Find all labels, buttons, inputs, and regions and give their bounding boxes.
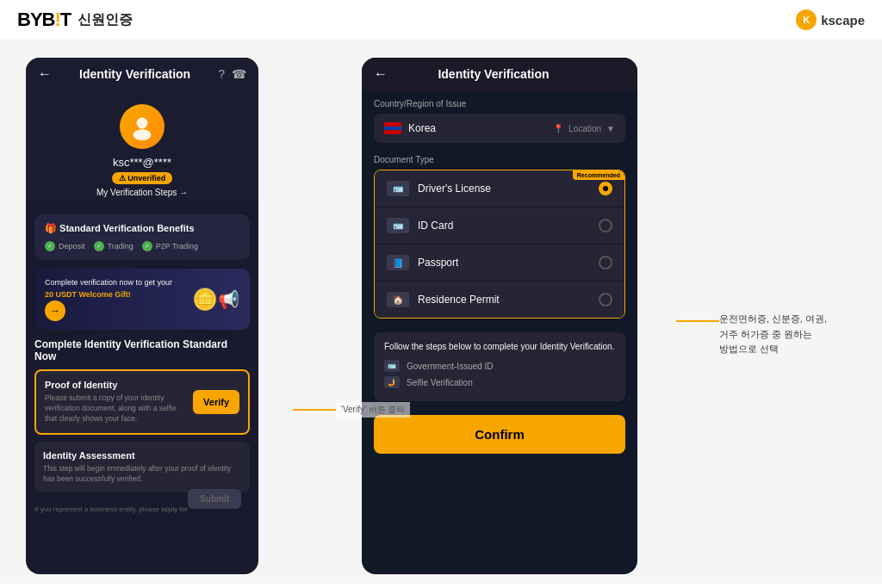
arrow-line	[293, 409, 336, 411]
country-selector[interactable]: Korea 📍 Location ▼	[374, 114, 625, 143]
document-type-section: Document Type Recommended 🪪 Driver's Lic…	[362, 148, 637, 325]
doc-name: Driver's License	[418, 183, 491, 195]
check-icon: ✓	[94, 241, 104, 251]
doc-item-id-card[interactable]: 🪪 ID Card	[375, 207, 624, 244]
step-selfie-label: Selfie Verification	[407, 378, 473, 387]
promo-coins: 🪙 📢	[192, 288, 239, 312]
country-right: 📍 Location ▼	[553, 124, 615, 133]
benefit-label: Trading	[108, 242, 134, 251]
promo-text-line1: Complete verification now to get your	[45, 277, 172, 289]
back-button-right[interactable]: ←	[374, 66, 388, 82]
step-selfie: 🤳 Selfie Verification	[384, 376, 615, 388]
doc-left: 🪪 ID Card	[387, 218, 453, 233]
check-icon: ✓	[45, 241, 55, 251]
right-annotation: 운전면허증, 신분증, 여권, 거주 허가증 중 원하는 방법으로 선택	[676, 312, 827, 357]
country-label: Country/Region of Issue	[374, 99, 625, 108]
left-phone-title: Identity Verification	[79, 67, 190, 81]
gov-id-icon: 🪪	[384, 360, 400, 372]
right-annotation-text: 운전면허증, 신분증, 여권, 거주 허가증 중 원하는 방법으로 선택	[719, 312, 827, 357]
check-icon: ✓	[142, 241, 152, 251]
phones-container: ← Identity Verification ? ☎ ksc***@**** …	[26, 58, 637, 566]
location-label: Location	[568, 124, 601, 133]
residence-permit-icon: 🏠	[387, 292, 409, 307]
left-phone-topbar: ← Identity Verification ? ☎	[26, 58, 258, 90]
drivers-license-icon: 🪪	[387, 181, 409, 196]
unverified-badge: ⚠ Unverified	[112, 172, 173, 184]
recommended-badge: Recommended	[573, 170, 624, 180]
radio-inner	[603, 186, 608, 191]
benefit-label: P2P Trading	[156, 242, 198, 251]
header-left: BYB!T 신원인증	[17, 9, 133, 31]
benefit-p2p: ✓ P2P Trading	[142, 241, 198, 251]
assessment-title: Identity Assessment	[43, 450, 241, 461]
step-gov-label: Government-Issued ID	[407, 362, 494, 371]
bybit-logo: BYB!T	[17, 9, 71, 31]
doc-type-label: Document Type	[374, 155, 625, 164]
promo-banner: Complete verification now to get your 20…	[34, 269, 250, 330]
doc-item-residence-permit[interactable]: 🏠 Residence Permit	[375, 282, 624, 318]
doc-item-drivers-license[interactable]: Recommended 🪪 Driver's License	[375, 170, 624, 207]
svg-point-0	[137, 118, 148, 129]
top-icons: ? ☎	[218, 67, 246, 81]
right-phone: ← Identity Verification Country/Region o…	[362, 58, 637, 574]
right-arrow-line	[676, 320, 719, 322]
header-subtitle: 신원인증	[78, 11, 133, 29]
radio-unselected[interactable]	[599, 256, 612, 269]
doc-name: Passport	[418, 257, 458, 269]
dropdown-icon: ▼	[606, 124, 615, 133]
promo-arrow[interactable]: →	[45, 300, 65, 321]
profile-section: ksc***@**** ⚠ Unverified My Verification…	[26, 90, 258, 206]
country-name: Korea	[408, 122, 436, 134]
benefits-section: 🎁 Standard Verification Benefits ✓ Depos…	[34, 214, 250, 260]
location-icon: 📍	[553, 124, 563, 133]
doc-left: 🪪 Driver's License	[387, 181, 491, 196]
header: BYB!T 신원인증 K kscape	[0, 0, 882, 40]
main-content: ← Identity Verification ? ☎ ksc***@**** …	[0, 40, 882, 584]
username: ksc***@****	[113, 156, 171, 169]
right-phone-topbar: ← Identity Verification	[362, 58, 637, 90]
step-gov-id: 🪪 Government-Issued ID	[384, 360, 615, 372]
verification-steps[interactable]: My Verification Steps →	[96, 188, 188, 197]
kscape-label: kscape	[821, 13, 865, 28]
complete-section-title: Complete Identity Verification Standard …	[26, 338, 258, 369]
doc-name: Residence Permit	[418, 294, 500, 306]
identity-card-title: Proof of Identity	[45, 380, 184, 390]
identity-card-desc: Please submit a copy of your identity ve…	[45, 393, 184, 424]
submit-button[interactable]: Submit	[188, 489, 241, 509]
avatar	[120, 104, 165, 149]
radio-selected[interactable]	[599, 182, 612, 195]
help-icon[interactable]: ?	[218, 67, 225, 81]
benefit-trading: ✓ Trading	[94, 241, 134, 251]
radio-unselected[interactable]	[599, 293, 612, 306]
korea-flag	[384, 122, 401, 134]
headset-icon[interactable]: ☎	[232, 67, 246, 81]
kscape-logo: K kscape	[796, 9, 865, 30]
doc-left: 🏠 Residence Permit	[387, 292, 500, 307]
doc-name: ID Card	[418, 220, 453, 232]
benefits-list: ✓ Deposit ✓ Trading ✓ P2P Trading	[45, 241, 239, 251]
left-phone: ← Identity Verification ? ☎ ksc***@**** …	[26, 58, 258, 574]
verify-button[interactable]: Verify	[193, 390, 239, 414]
svg-point-1	[134, 129, 152, 140]
benefits-title: 🎁 Standard Verification Benefits	[45, 223, 239, 234]
id-card-icon: 🪪	[387, 218, 409, 233]
follow-steps-title: Follow the steps below to complete your …	[384, 341, 615, 353]
benefit-deposit: ✓ Deposit	[45, 241, 85, 251]
verify-annotation: 'Verify' 버튼 클릭	[293, 402, 410, 418]
radio-unselected[interactable]	[599, 219, 612, 232]
promo-text-line2: 20 USDT Welcome Gift! →	[45, 289, 172, 322]
right-phone-title: Identity Verification	[438, 67, 549, 81]
verify-annotation-text: 'Verify' 버튼 클릭	[336, 402, 410, 418]
benefit-label: Deposit	[59, 242, 85, 251]
back-button[interactable]: ←	[38, 66, 52, 82]
assessment-card: Identity Assessment This step will begin…	[34, 442, 250, 493]
kscape-icon: K	[796, 9, 817, 30]
country-section: Country/Region of Issue Korea 📍 Location…	[362, 90, 637, 148]
document-list: Recommended 🪪 Driver's License 🪪	[374, 170, 625, 319]
doc-item-passport[interactable]: 📘 Passport	[375, 244, 624, 282]
identity-card-text: Proof of Identity Please submit a copy o…	[45, 380, 184, 424]
follow-steps-section: Follow the steps below to complete your …	[374, 332, 625, 401]
confirm-button[interactable]: Confirm	[374, 415, 625, 454]
country-left: Korea	[384, 122, 436, 134]
selfie-icon: 🤳	[384, 376, 400, 388]
